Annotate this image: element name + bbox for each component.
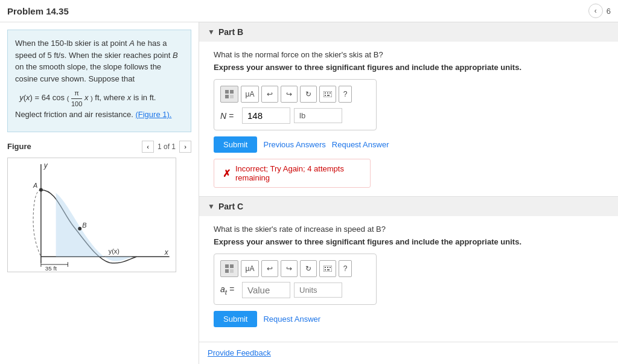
keyboard-button-c[interactable] xyxy=(319,260,336,277)
svg-rect-23 xyxy=(225,264,229,268)
svg-rect-18 xyxy=(325,92,326,94)
right-panel: ▼ Part B What is the normal force on the… xyxy=(199,22,618,364)
svg-rect-29 xyxy=(327,267,328,268)
keyboard-button-b[interactable] xyxy=(319,86,336,103)
part-c-instruction: Express your answer to three significant… xyxy=(214,237,610,246)
refresh-button-c[interactable]: ↻ xyxy=(300,260,317,277)
part-b-question: What is the normal force on the skier's … xyxy=(214,50,610,59)
svg-point-4 xyxy=(39,188,43,191)
part-b-submit-row: Submit Previous Answers Request Answer xyxy=(214,136,610,153)
figure-count: 1 of 1 xyxy=(158,142,176,151)
part-b-header[interactable]: ▼ Part B xyxy=(199,22,618,42)
help-button-c[interactable]: ? xyxy=(339,260,352,277)
main-layout: When the 150-lb skier is at point A he h… xyxy=(0,22,618,364)
part-c-equation-row: at = xyxy=(220,282,370,298)
svg-rect-32 xyxy=(327,269,330,270)
part-c-answer-box: μA ↩ ↪ ↻ ? at = xyxy=(214,254,377,305)
part-b-eq-label: N = xyxy=(220,111,238,121)
part-c-units-input[interactable] xyxy=(294,283,342,298)
svg-text:y: y xyxy=(43,161,48,169)
part-c-submit-row: Submit Request Answer xyxy=(214,311,610,327)
problem-text-line1: When the 150-lb skier is at point A he h… xyxy=(15,37,183,85)
svg-point-6 xyxy=(78,226,81,230)
part-b-value-input[interactable] xyxy=(242,107,290,124)
figure-nav: ‹ 1 of 1 › xyxy=(142,141,191,153)
part-b-instruction: Express your answer to three significant… xyxy=(214,63,610,72)
svg-rect-13 xyxy=(225,90,229,94)
svg-text:y(x): y(x) xyxy=(109,247,119,255)
svg-text:35 ft: 35 ft xyxy=(45,265,57,272)
part-b-result-box: ✗ Incorrect; Try Again; 4 attempts remai… xyxy=(214,159,371,188)
part-b-submit-button[interactable]: Submit xyxy=(214,136,257,153)
part-c-question: What is the skier's rate of increase in … xyxy=(214,225,610,234)
problem-title: Problem 14.35 xyxy=(7,6,69,16)
redo-button-c[interactable]: ↪ xyxy=(281,260,298,277)
mu-button-c[interactable]: μA xyxy=(241,260,259,277)
part-c-request-answer-link[interactable]: Request Answer xyxy=(263,315,320,324)
svg-rect-31 xyxy=(325,269,326,270)
svg-rect-20 xyxy=(330,92,331,94)
figure-header: Figure ‹ 1 of 1 › xyxy=(7,141,191,153)
svg-rect-30 xyxy=(330,267,331,268)
undo-button-c[interactable]: ↩ xyxy=(261,260,278,277)
svg-rect-17 xyxy=(323,91,332,97)
matrix-button-c[interactable] xyxy=(220,260,238,277)
part-b-result-text: Incorrect; Try Again; 4 attempts remaini… xyxy=(235,164,362,182)
part-b-content: What is the normal force on the skier's … xyxy=(199,42,618,196)
svg-rect-24 xyxy=(230,264,234,268)
problem-text-box: When the 150-lb skier is at point A he h… xyxy=(7,30,191,132)
figure-canvas: y x A xyxy=(7,158,176,272)
part-b-equation-row: N = xyxy=(220,107,370,124)
matrix-button-b[interactable] xyxy=(220,86,238,103)
part-b-section: ▼ Part B What is the normal force on the… xyxy=(199,22,618,197)
part-c-value-input[interactable] xyxy=(242,282,290,298)
svg-text:A: A xyxy=(33,182,37,189)
figure-link[interactable]: (Figure 1). xyxy=(135,110,171,119)
svg-rect-26 xyxy=(230,269,234,273)
refresh-button-b[interactable]: ↻ xyxy=(300,86,317,103)
part-b-prev-answers-link[interactable]: Previous Answers xyxy=(263,140,325,149)
part-b-toolbar: μA ↩ ↪ ↻ ? xyxy=(220,86,370,103)
problem-equation: y(x) = 64 cos ( π 100 x ) ft, where x is… xyxy=(15,88,183,121)
svg-rect-19 xyxy=(327,92,328,94)
prev-nav-button[interactable]: ‹ xyxy=(588,4,603,18)
part-c-eq-label: at = xyxy=(220,284,238,296)
part-c-header[interactable]: ▼ Part C xyxy=(199,197,618,216)
mu-button-b[interactable]: μA xyxy=(241,86,259,103)
part-b-request-answer-link[interactable]: Request Answer xyxy=(332,140,389,149)
part-c-section: ▼ Part C What is the skier's rate of inc… xyxy=(199,197,618,342)
figure-next-button[interactable]: › xyxy=(179,141,191,153)
svg-rect-22 xyxy=(327,95,330,96)
help-button-b[interactable]: ? xyxy=(339,86,352,103)
top-bar: Problem 14.35 ‹ 6 xyxy=(0,0,618,22)
part-b-arrow: ▼ xyxy=(208,28,215,36)
svg-rect-27 xyxy=(323,266,332,272)
part-b-incorrect-icon: ✗ xyxy=(223,168,231,179)
part-c-toolbar: μA ↩ ↪ ↻ ? xyxy=(220,260,370,277)
svg-text:x: x xyxy=(164,248,169,257)
figure-section: Figure ‹ 1 of 1 › y x xyxy=(7,141,191,272)
part-c-label: Part C xyxy=(218,202,243,211)
feedback-link[interactable]: Provide Feedback xyxy=(199,342,618,363)
svg-text:B: B xyxy=(82,221,86,228)
part-c-arrow: ▼ xyxy=(208,202,215,211)
nav-controls: ‹ 6 xyxy=(588,4,611,18)
redo-button-b[interactable]: ↪ xyxy=(281,86,298,103)
part-b-label: Part B xyxy=(218,27,243,37)
svg-rect-21 xyxy=(325,95,326,96)
svg-rect-14 xyxy=(230,90,234,94)
svg-rect-25 xyxy=(225,269,229,273)
figure-label: Figure xyxy=(7,142,31,151)
svg-rect-16 xyxy=(230,95,234,98)
part-b-answer-box: μA ↩ ↪ ↻ ? N = xyxy=(214,79,377,130)
part-c-content: What is the skier's rate of increase in … xyxy=(199,216,618,342)
part-b-units-input[interactable] xyxy=(294,108,342,123)
figure-prev-button[interactable]: ‹ xyxy=(142,141,154,153)
svg-rect-15 xyxy=(225,95,229,98)
svg-rect-28 xyxy=(325,267,326,268)
undo-button-b[interactable]: ↩ xyxy=(261,86,278,103)
part-c-submit-button[interactable]: Submit xyxy=(214,311,257,327)
page-number: 6 xyxy=(607,7,611,16)
left-panel: When the 150-lb skier is at point A he h… xyxy=(0,22,199,364)
